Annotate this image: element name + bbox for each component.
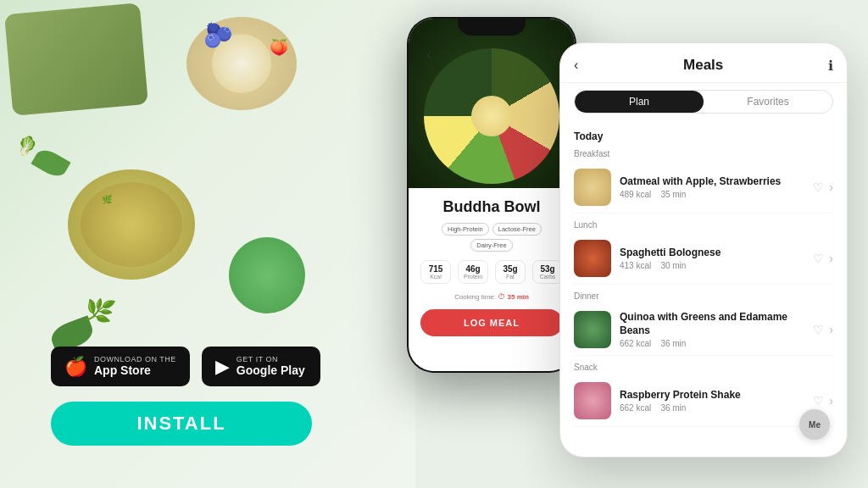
today-section-title: Today (574, 130, 833, 142)
meal-name-shake: Raspberry Protein Shake (620, 389, 804, 402)
phone-notch (458, 17, 526, 36)
meal-info-spaghetti: Spaghetti Bolognese 413 kcal 30 min (620, 247, 804, 271)
meals-screen-title: Meals (683, 57, 723, 74)
store-buttons-container: 🍎 Download on the App Store ▶ GET IT ON … (51, 347, 320, 386)
meal-meta-quinoa: 662 kcal 36 min (620, 339, 804, 348)
tab-plan[interactable]: Plan (575, 91, 704, 113)
googleplay-button[interactable]: ▶ GET IT ON Google Play (202, 347, 320, 386)
meal-name: Buddha Bowl (420, 198, 563, 216)
meal-actions-quinoa: ♡ › (813, 323, 833, 336)
appstore-labels: Download on the App Store (94, 355, 176, 378)
meal-name-spaghetti: Spaghetti Bolognese (620, 247, 804, 260)
meal-name-quinoa: Quinoa with Greens and Edamame Beans (620, 311, 804, 337)
meal-name-oatmeal: Oatmeal with Apple, Strawberries (620, 175, 804, 189)
food-avocado-toast (4, 3, 148, 115)
heart-icon-spaghetti[interactable]: ♡ (813, 252, 824, 265)
phone-right-mockup: ‹ Meals ℹ Plan Favorites Today Breakfast… (559, 42, 848, 458)
food-smoothie (229, 237, 305, 313)
meal-tags: High-Protein Lactose-Free Dairy-Free (420, 223, 563, 252)
chevron-right-spaghetti[interactable]: › (829, 252, 833, 265)
heart-icon-oatmeal[interactable]: ♡ (813, 180, 824, 194)
apple-icon: 🍎 (64, 358, 87, 376)
meal-row-spaghetti[interactable]: Spaghetti Bolognese 413 kcal 30 min ♡ › (574, 233, 833, 285)
meal-type-dinner: Dinner (574, 291, 833, 301)
bowl-visual (424, 48, 559, 184)
tag-dairy-free: Dairy-Free (470, 239, 512, 252)
googleplay-subtitle: GET IT ON (236, 355, 305, 363)
meal-type-breakfast: Breakfast (574, 149, 833, 158)
meal-actions-shake: ♡ › (813, 394, 833, 408)
stat-protein: 46g Protein (458, 260, 488, 284)
appstore-button[interactable]: 🍎 Download on the App Store (51, 347, 190, 386)
chevron-right-quinoa[interactable]: › (829, 323, 833, 336)
googleplay-labels: GET IT ON Google Play (236, 355, 305, 378)
googleplay-title: Google Play (236, 363, 305, 378)
meal-actions-oatmeal: ♡ › (813, 180, 833, 194)
meals-header: ‹ Meals ℹ (560, 43, 847, 83)
google-play-icon: ▶ (215, 358, 230, 376)
meal-actions-spaghetti: ♡ › (813, 252, 833, 265)
meal-stats: 715 Kcal 46g Protein 35g Fat 53g Carbs (420, 260, 563, 284)
meal-detail-content: Buddha Bowl High-Protein Lactose-Free Da… (409, 188, 575, 336)
meal-meta-oatmeal: 489 kcal 35 min (620, 190, 804, 199)
chevron-right-oatmeal[interactable]: › (829, 180, 833, 194)
stat-carbs: 53g Carbs (532, 260, 563, 284)
meal-type-lunch: Lunch (574, 220, 833, 230)
info-icon[interactable]: ℹ (828, 58, 833, 74)
meal-meta-shake: 662 kcal 36 min (620, 403, 804, 413)
phone-left-mockup: ‹ ♡ Buddha Bowl High-Protein Lactose-Fre… (407, 17, 576, 373)
me-avatar[interactable]: Me (799, 409, 830, 440)
chevron-right-shake[interactable]: › (829, 394, 833, 408)
tab-favorites[interactable]: Favorites (704, 91, 832, 113)
phone-left-screen: ‹ ♡ Buddha Bowl High-Protein Lactose-Fre… (409, 19, 575, 371)
tag-lactose-free: Lactose-Free (492, 223, 542, 236)
meals-back-button[interactable]: ‹ (574, 58, 578, 73)
appstore-title: App Store (94, 363, 176, 378)
stat-fat: 35g Fat (495, 260, 526, 284)
meal-info-quinoa: Quinoa with Greens and Edamame Beans 662… (620, 311, 804, 348)
meal-info-oatmeal: Oatmeal with Apple, Strawberries 489 kca… (620, 175, 804, 200)
install-button[interactable]: INSTALL (51, 402, 312, 446)
meal-row-shake[interactable]: Raspberry Protein Shake 662 kcal 36 min … (574, 375, 833, 427)
meal-thumb-quinoa (574, 311, 611, 348)
meal-thumb-spaghetti (574, 240, 611, 277)
log-meal-button[interactable]: LOG MEAL (420, 309, 563, 336)
meal-meta-spaghetti: 413 kcal 30 min (620, 261, 804, 270)
meal-type-snack: Snack (574, 363, 833, 372)
meals-tabs: Plan Favorites (574, 90, 833, 114)
tag-high-protein: High-Protein (442, 223, 489, 236)
meals-body: Today Breakfast Oatmeal with Apple, Stra… (560, 120, 847, 441)
meal-row-oatmeal[interactable]: Oatmeal with Apple, Strawberries 489 kca… (574, 162, 833, 214)
cooking-time: Cooking time: ⏱ 35 min (420, 292, 563, 301)
meal-row-quinoa[interactable]: Quinoa with Greens and Edamame Beans 662… (574, 304, 833, 356)
heart-icon-shake[interactable]: ♡ (813, 394, 824, 408)
heart-icon-quinoa[interactable]: ♡ (813, 323, 824, 336)
meal-thumb-shake (574, 382, 611, 419)
food-oatmeal: 🫐 🍑 (186, 17, 297, 110)
food-pasta: 🌿 (68, 169, 195, 280)
back-button[interactable]: ‹ (419, 44, 439, 64)
install-button-label: INSTALL (136, 413, 225, 435)
stat-kcal: 715 Kcal (420, 260, 451, 284)
meal-thumb-oatmeal (574, 169, 611, 206)
appstore-subtitle: Download on the (94, 355, 176, 363)
meal-info-shake: Raspberry Protein Shake 662 kcal 36 min (620, 389, 804, 413)
